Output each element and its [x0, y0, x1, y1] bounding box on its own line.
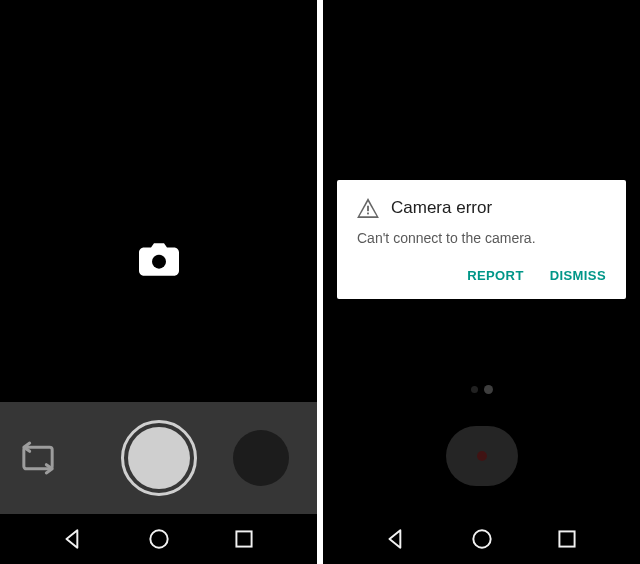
phone-screen-error: Camera error Can't connect to the camera… [323, 0, 640, 564]
svg-rect-3 [237, 531, 252, 546]
error-dialog: Camera error Can't connect to the camera… [337, 180, 626, 299]
svg-point-0 [152, 255, 166, 269]
svg-rect-5 [367, 213, 369, 215]
warning-icon [357, 198, 379, 218]
shutter-button[interactable] [121, 420, 197, 496]
dialog-title: Camera error [391, 198, 492, 218]
svg-point-6 [473, 530, 490, 547]
navigation-bar [0, 514, 317, 564]
navigation-bar [323, 514, 640, 564]
camera-icon [139, 243, 179, 277]
recent-apps-icon[interactable] [231, 526, 257, 552]
home-icon[interactable] [469, 526, 495, 552]
dialog-actions: REPORT DISMISS [357, 268, 606, 291]
gallery-thumbnail[interactable] [233, 430, 289, 486]
svg-point-2 [150, 530, 167, 547]
report-button[interactable]: REPORT [467, 268, 524, 283]
svg-rect-4 [367, 206, 369, 211]
svg-rect-7 [560, 531, 575, 546]
switch-camera-icon[interactable] [18, 438, 58, 478]
dismiss-button[interactable]: DISMISS [550, 268, 606, 283]
capture-bar [0, 402, 317, 514]
dialog-body: Can't connect to the camera. [357, 230, 606, 246]
home-icon[interactable] [146, 526, 172, 552]
recent-apps-icon[interactable] [554, 526, 580, 552]
back-icon[interactable] [60, 526, 86, 552]
phone-screen-camera [0, 0, 317, 564]
back-icon[interactable] [383, 526, 409, 552]
